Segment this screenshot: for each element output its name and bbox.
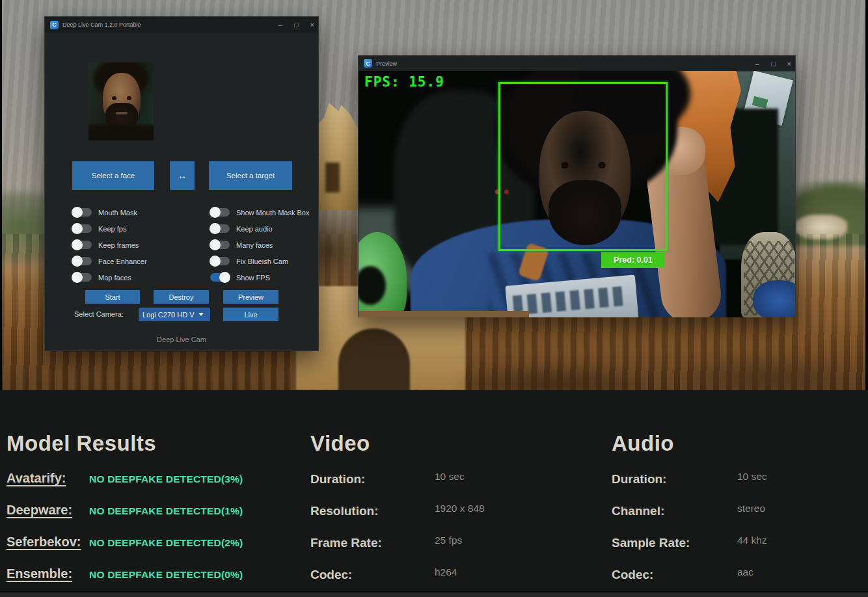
audio-info-row: Channel: stereo bbox=[612, 503, 767, 535]
face-shoulders bbox=[88, 125, 154, 140]
mouth-mask-label: Mouth Mask bbox=[98, 209, 137, 217]
many-faces-label: Many faces bbox=[236, 241, 273, 249]
webcam-feed: Pred: 0.01 FPS: 15.9 bbox=[359, 71, 795, 317]
destroy-button[interactable]: Destroy bbox=[154, 290, 209, 304]
camera-selected-value: Logi C270 HD V bbox=[142, 311, 195, 319]
show-fps-toggle[interactable] bbox=[210, 273, 230, 282]
show-fps-label: Show FPS bbox=[236, 274, 270, 282]
audio-duration-value: 10 sec bbox=[737, 471, 767, 483]
preview-titlebar[interactable]: C Preview – □ × bbox=[359, 56, 795, 71]
video-resolution-label: Resolution: bbox=[310, 504, 435, 518]
toggle-row-keep-audio: Keep audio bbox=[210, 220, 310, 237]
painting-shadow-2 bbox=[677, 354, 859, 390]
swap-faces-button[interactable]: ↔ bbox=[170, 161, 195, 190]
show-mouth-mask-box-toggle[interactable] bbox=[210, 208, 230, 217]
dlc-titlebar[interactable]: C Deep Live Cam 1.2.0 Portable – □ × bbox=[45, 17, 318, 33]
keep-frames-toggle[interactable] bbox=[72, 241, 92, 249]
player-bottom-strip bbox=[0, 591, 868, 597]
toggle-row-fix-blueish-cam: Fix Blueish Cam bbox=[210, 253, 310, 269]
model-result-row: Avatarify: NO DEEPFAKE DETECTED(3%) bbox=[7, 471, 243, 503]
maximize-icon[interactable]: □ bbox=[771, 60, 776, 68]
video-info-row: Duration: 10 sec bbox=[310, 471, 485, 503]
show-mouth-mask-box-label: Show Mouth Mask Box bbox=[236, 209, 310, 217]
toggle-row-mouth-mask: Mouth Mask bbox=[72, 204, 147, 220]
app-footer-text: Deep Live Cam bbox=[45, 336, 318, 343]
source-face-image bbox=[88, 62, 154, 140]
audio-heading: Audio bbox=[612, 431, 674, 456]
start-button[interactable]: Start bbox=[85, 290, 140, 304]
audio-duration-label: Duration: bbox=[612, 472, 737, 486]
audio-channel-label: Channel: bbox=[612, 504, 737, 518]
map-faces-toggle[interactable] bbox=[72, 273, 92, 282]
keep-audio-toggle[interactable] bbox=[210, 224, 230, 233]
model-name-avatarify[interactable]: Avatarify: bbox=[7, 471, 89, 486]
maximize-icon[interactable]: □ bbox=[294, 21, 299, 29]
close-icon[interactable]: × bbox=[787, 60, 791, 68]
model-name-seferbekov[interactable]: Seferbekov: bbox=[7, 535, 89, 550]
audio-info-row: Sample Rate: 44 khz bbox=[612, 535, 767, 566]
prediction-badge: Pred: 0.01 bbox=[601, 252, 665, 268]
toggle-row-map-faces: Map faces bbox=[72, 269, 147, 285]
video-resolution-value: 1920 x 848 bbox=[435, 503, 485, 514]
minimize-icon[interactable]: – bbox=[278, 21, 282, 29]
keep-fps-toggle[interactable] bbox=[72, 224, 92, 233]
audio-samplerate-value: 44 khz bbox=[737, 535, 767, 546]
video-duration-label: Duration: bbox=[310, 472, 435, 486]
chevron-down-icon bbox=[198, 313, 204, 316]
preview-window-title: Preview bbox=[376, 60, 397, 67]
painting-shadow-1 bbox=[455, 364, 651, 390]
keep-audio-label: Keep audio bbox=[236, 225, 273, 233]
audio-samplerate-label: Sample Rate: bbox=[612, 536, 737, 550]
audio-codec-label: Codec: bbox=[612, 568, 737, 582]
model-results-heading: Model Results bbox=[7, 431, 156, 456]
video-heading: Video bbox=[310, 431, 370, 456]
fix-blueish-cam-toggle[interactable] bbox=[210, 257, 230, 265]
video-info-row: Frame Rate: 25 fps bbox=[310, 535, 485, 566]
results-panel: Model Results Avatarify: NO DEEPFAKE DET… bbox=[0, 390, 868, 597]
video-codec-value: h264 bbox=[435, 566, 457, 578]
screen-edge-right bbox=[865, 0, 868, 390]
live-button[interactable]: Live bbox=[223, 308, 278, 321]
screen: C Deep Live Cam 1.2.0 Portable – □ × Sel… bbox=[0, 0, 868, 597]
toggle-row-show-mouth-mask-box: Show Mouth Mask Box bbox=[210, 204, 310, 220]
video-duration-value: 10 sec bbox=[435, 471, 465, 483]
model-name-ensemble[interactable]: Ensemble: bbox=[7, 566, 89, 581]
model-name-deepware[interactable]: Deepware: bbox=[7, 503, 89, 518]
face-detection-box bbox=[498, 82, 668, 251]
select-target-button[interactable]: Select a target bbox=[209, 161, 292, 190]
audio-info-row: Duration: 10 sec bbox=[612, 471, 767, 503]
swap-arrows-icon: ↔ bbox=[178, 170, 187, 181]
model-result-value: NO DEEPFAKE DETECTED(2%) bbox=[89, 537, 243, 549]
toggle-row-keep-frames: Keep frames bbox=[72, 237, 147, 253]
fix-blueish-cam-label: Fix Blueish Cam bbox=[236, 258, 288, 265]
select-face-button[interactable]: Select a face bbox=[72, 161, 154, 190]
audio-codec-value: aac bbox=[737, 566, 753, 578]
toggle-row-face-enhancer: Face Enhancer bbox=[72, 253, 147, 269]
deep-live-cam-window: C Deep Live Cam 1.2.0 Portable – □ × Sel… bbox=[44, 16, 319, 351]
toggle-row-keep-fps: Keep fps bbox=[72, 220, 147, 237]
model-result-row: Deepware: NO DEEPFAKE DETECTED(1%) bbox=[7, 503, 243, 535]
model-result-value: NO DEEPFAKE DETECTED(1%) bbox=[89, 505, 243, 517]
painting-tower-door bbox=[325, 163, 340, 192]
face-eyes bbox=[109, 96, 134, 100]
camera-select-dropdown[interactable]: Logi C270 HD V bbox=[139, 308, 210, 321]
mouth-mask-toggle[interactable] bbox=[72, 208, 92, 217]
model-result-value: NO DEEPFAKE DETECTED(0%) bbox=[89, 569, 243, 581]
minimize-icon[interactable]: – bbox=[755, 60, 759, 68]
model-result-value: NO DEEPFAKE DETECTED(3%) bbox=[89, 473, 243, 485]
audio-channel-value: stereo bbox=[737, 503, 765, 514]
video-framerate-label: Frame Rate: bbox=[310, 536, 435, 550]
map-faces-label: Map faces bbox=[98, 274, 131, 282]
close-icon[interactable]: × bbox=[310, 21, 314, 29]
toggle-row-many-faces: Many faces bbox=[210, 237, 310, 253]
face-mouth bbox=[116, 112, 128, 114]
app-icon: C bbox=[50, 21, 59, 29]
face-enhancer-label: Face Enhancer bbox=[98, 258, 147, 265]
many-faces-toggle[interactable] bbox=[210, 241, 230, 249]
model-result-row: Seferbekov: NO DEEPFAKE DETECTED(2%) bbox=[7, 535, 243, 566]
app-icon: C bbox=[364, 59, 372, 68]
face-enhancer-toggle[interactable] bbox=[72, 257, 92, 265]
keep-fps-label: Keep fps bbox=[98, 225, 126, 233]
video-framerate-value: 25 fps bbox=[435, 535, 462, 546]
preview-button[interactable]: Preview bbox=[223, 290, 278, 304]
